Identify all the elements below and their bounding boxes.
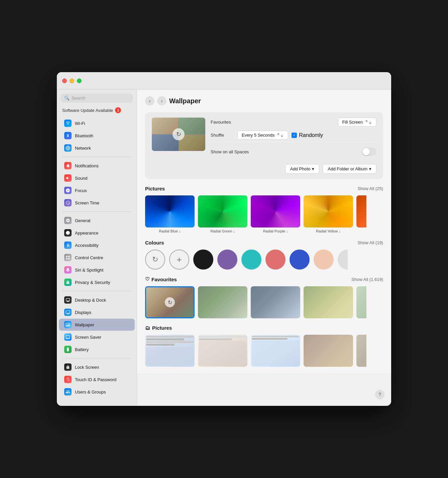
pic-thumb-2[interactable] [198, 335, 247, 367]
randomly-checkbox[interactable]: ✓ [292, 133, 297, 138]
colours-section-header: Colours Show All (19) [145, 240, 383, 246]
radial-purple-thumb[interactable] [251, 195, 300, 227]
radial-yellow-img [304, 195, 353, 227]
sidebar-item-desktop[interactable]: Desktop & Dock [59, 294, 135, 306]
colour-blue[interactable] [290, 250, 310, 270]
colour-teal[interactable] [241, 250, 261, 270]
sidebar-item-notifications[interactable]: Notifications [59, 160, 135, 172]
sidebar-item-wifi[interactable]: Wi-Fi [59, 117, 135, 129]
pic-row-1 [146, 336, 194, 338]
pic-img-1 [145, 335, 195, 367]
radial-green-thumb[interactable] [198, 195, 247, 227]
heart-icon: ♡ [145, 276, 149, 282]
wallpaper-icon [64, 321, 72, 328]
radial-purple-label: Radial Purple ↓ [263, 229, 288, 233]
sidebar-item-screensaver[interactable]: Screen Saver [59, 331, 135, 343]
main-content-wrap: ‹ › Wallpaper ↻ [137, 90, 391, 406]
sidebar-item-privacy[interactable]: Privacy & Security [59, 276, 135, 288]
sidebar-section-display: Desktop & Dock Displays Wallpaper [57, 294, 137, 355]
back-button[interactable]: ‹ [145, 96, 154, 106]
sidebar-item-battery[interactable]: Battery [59, 343, 135, 355]
sidebar-item-screentime[interactable]: Screen Time [59, 197, 135, 209]
sidebar-privacy-label: Privacy & Security [75, 280, 110, 285]
fav-thumb-4[interactable] [304, 286, 353, 318]
radial-blue-label: Radial Blue ↓ [159, 229, 181, 233]
sidebar-notifications-label: Notifications [75, 163, 99, 168]
sidebar-screentime-label: Screen Time [75, 200, 99, 205]
sidebar-item-network[interactable]: Network [59, 142, 135, 154]
refresh-overlay-icon[interactable]: ↻ [173, 128, 185, 140]
favourites-label: Favourites [211, 120, 237, 125]
pic3-body [252, 340, 299, 366]
sidebar-item-accessibility[interactable]: Accessibility [59, 239, 135, 251]
minimize-button[interactable] [70, 78, 74, 83]
sidebar-item-controlcentre[interactable]: Control Centre [59, 252, 135, 264]
favourites-thumbnails: ↻ [145, 286, 383, 318]
add-photo-chevron: ▾ [312, 166, 314, 171]
maximize-button[interactable] [77, 78, 82, 83]
help-button[interactable]: ? [375, 390, 384, 399]
colour-add-button[interactable]: + [169, 250, 189, 270]
sidebar-item-touchid[interactable]: Touch ID & Password [59, 373, 135, 385]
fill-screen-dropdown[interactable]: Fill Screen ⌃⌄ [338, 118, 376, 127]
pic-row-2 [146, 338, 184, 340]
sidebar-controlcentre-label: Control Centre [75, 255, 103, 260]
update-badge: 1 [115, 107, 121, 113]
fav-img-1: ↻ [146, 287, 194, 317]
system-preferences-window: 🔍 Search Software Update Available 1 Wi-… [57, 72, 391, 406]
show-on-all-spaces-toggle[interactable] [362, 147, 376, 156]
pictures-folder-section-title: 🗂 Pictures [145, 325, 172, 331]
every-5-seconds-dropdown[interactable]: Every 5 Seconds ⌃⌄ [237, 131, 288, 140]
colour-peach[interactable] [314, 250, 334, 270]
search-bar[interactable]: 🔍 Search [61, 94, 133, 103]
help-label: ? [378, 392, 381, 397]
sidebar-item-displays[interactable]: Displays [59, 306, 135, 318]
radial-yellow-thumb[interactable] [304, 195, 353, 227]
fav-thumb-2[interactable] [198, 286, 247, 318]
sidebar-section-security: Lock Screen Touch ID & Password Users & … [57, 361, 137, 398]
users-icon [64, 388, 72, 395]
fav-thumb-3[interactable] [251, 286, 300, 318]
add-photo-button[interactable]: Add Photo ▾ [285, 164, 320, 174]
radial-blue-thumb[interactable] [145, 195, 195, 227]
sidebar-item-appearance[interactable]: Appearance [59, 227, 135, 239]
colour-black[interactable] [193, 250, 213, 270]
pic3-row-2 [252, 338, 288, 340]
sidebar-item-lockscreen[interactable]: Lock Screen [59, 361, 135, 373]
partial-thumb [356, 195, 366, 227]
sidebar-section-preferences: General Appearance Accessibility [57, 214, 137, 288]
sidebar-displays-label: Displays [75, 310, 91, 315]
colour-partial [338, 250, 348, 270]
page-title: Wallpaper [169, 97, 201, 105]
close-button[interactable] [62, 78, 67, 83]
pic-thumb-3[interactable] [251, 335, 300, 367]
favourites-section-header: ♡ Favourites Show All (1.619) [145, 276, 383, 282]
forward-button[interactable]: › [157, 96, 166, 106]
sidebar-item-bluetooth[interactable]: Bluetooth [59, 130, 135, 142]
favourites-show-all[interactable]: Show All (1.619) [351, 277, 383, 282]
pic-thumb-4[interactable] [304, 335, 353, 367]
add-folder-button[interactable]: Add Folder or Album ▾ [323, 164, 376, 174]
software-update-item[interactable]: Software Update Available 1 [57, 105, 137, 115]
colours-show-all[interactable]: Show All (19) [357, 240, 383, 245]
screensaver-icon [64, 333, 72, 341]
colour-purple[interactable] [217, 250, 237, 270]
wifi-icon [64, 120, 72, 127]
sidebar-item-siri[interactable]: Siri & Spotlight [59, 264, 135, 276]
colours-row: ↻ + [145, 250, 383, 270]
sidebar-item-wallpaper[interactable]: Wallpaper [59, 319, 135, 331]
pictures-show-all[interactable]: Show All (25) [357, 186, 383, 191]
pic-thumb-1[interactable] [145, 335, 195, 367]
divider-3 [62, 291, 131, 291]
sidebar-item-focus[interactable]: Focus [59, 184, 135, 196]
siri-icon [64, 266, 72, 274]
colour-refresh-button[interactable]: ↻ [145, 250, 165, 270]
add-photo-label: Add Photo [290, 166, 311, 171]
divider-4 [62, 358, 131, 358]
fav-thumb-1[interactable]: ↻ [145, 286, 195, 318]
colour-salmon[interactable] [265, 250, 286, 270]
sidebar-item-sound[interactable]: Sound [59, 172, 135, 184]
traffic-lights [62, 78, 82, 83]
sidebar-item-general[interactable]: General [59, 214, 135, 226]
sidebar-item-users[interactable]: Users & Groups [59, 386, 135, 398]
